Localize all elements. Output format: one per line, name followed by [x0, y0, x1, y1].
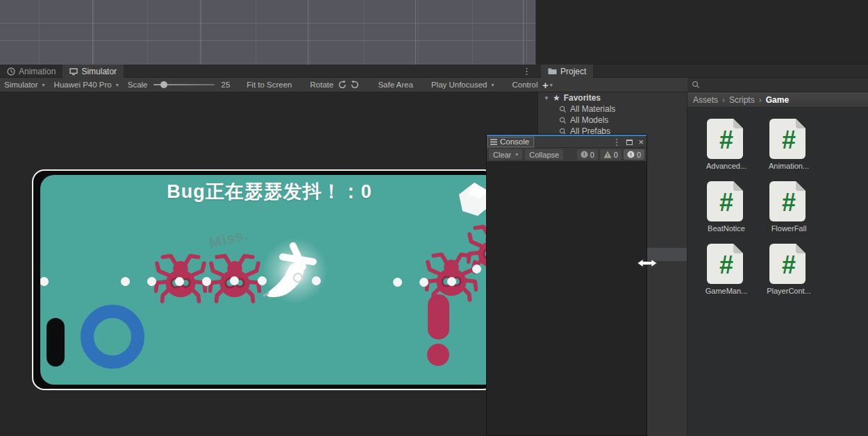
svg-text:#: # [719, 188, 733, 217]
asset-item[interactable]: #FlowerFall [758, 180, 819, 233]
breadcrumb-segment[interactable]: Assets [693, 95, 718, 105]
chevron-down-icon: ▾ [515, 151, 518, 158]
beat-dot-sprite [202, 277, 211, 286]
beat-dot-sprite [472, 265, 481, 274]
csharp-script-icon: # [707, 117, 746, 159]
camera-punch-hole [47, 318, 65, 367]
tab-label: Project [560, 67, 586, 76]
csharp-script-icon: # [769, 117, 808, 159]
favorites-item[interactable]: All Materials [538, 103, 687, 115]
console-tab[interactable]: Console [487, 136, 535, 148]
fit-to-screen-button[interactable]: Fit to Screen [247, 81, 292, 89]
tab-simulator[interactable]: Simulator [62, 65, 124, 78]
tab-animation[interactable]: Animation [0, 65, 62, 78]
simulator-viewport[interactable]: Miss. B [0, 92, 538, 436]
csharp-script-icon: # [707, 180, 746, 221]
tab-strip: Animation Simulator ⋮ Project [0, 65, 868, 78]
beat-dot-sprite [393, 278, 402, 287]
csharp-script-icon: # [769, 242, 808, 284]
asset-item[interactable]: #Advanced... [696, 117, 757, 170]
simulator-mode-dropdown[interactable]: Simulator▾ [4, 81, 45, 89]
console-kebab-menu-icon[interactable]: ⋮ [612, 136, 621, 148]
close-icon[interactable]: × [638, 137, 644, 147]
favorites-header-row[interactable]: ▼ ★ Favorites [538, 92, 687, 103]
svg-text:#: # [719, 126, 733, 154]
scale-slider[interactable] [153, 84, 215, 85]
player-bird-sprite [259, 237, 328, 310]
folder-icon [548, 67, 557, 75]
device-icon [69, 67, 78, 76]
info-filter-button[interactable]: ! 0 [577, 149, 598, 160]
project-search-field[interactable] [687, 78, 868, 92]
game-screen[interactable]: Miss. B [40, 175, 499, 385]
warning-filter-button[interactable]: ! 0 [600, 149, 621, 160]
phone-frame: Miss. B [32, 169, 496, 390]
warning-icon: ! [603, 151, 612, 158]
favorites-item[interactable]: All Models [538, 115, 687, 126]
beat-dot-sprite [230, 276, 239, 285]
console-titlebar[interactable]: Console ⋮ × [487, 136, 646, 148]
asset-label: BeatNotice [696, 224, 757, 233]
beat-dot-sprite [147, 277, 156, 286]
error-icon: ! [627, 151, 635, 158]
svg-text:!: ! [607, 153, 608, 158]
asset-item[interactable]: #BeatNotice [696, 180, 757, 233]
control-panel-button[interactable]: Control Pa [512, 81, 538, 89]
asset-item[interactable]: #PlayerCont... [758, 242, 819, 295]
collapse-button[interactable]: Collapse [525, 149, 563, 160]
asset-label: PlayerCont... [758, 287, 819, 295]
svg-text:#: # [782, 126, 796, 154]
beat-dot-sprite [40, 277, 49, 286]
asset-item[interactable]: #Animation... [758, 117, 819, 170]
breadcrumb-separator-icon: › [759, 95, 762, 105]
tab-project[interactable]: Project [541, 65, 593, 78]
device-dropdown[interactable]: Huawei P40 Pro▾ [54, 81, 119, 89]
chevron-down-icon[interactable]: ▾ [550, 82, 553, 88]
csharp-script-icon: # [769, 180, 808, 221]
favorites-item-label: All Materials [570, 104, 615, 114]
rotate-ccw-icon[interactable] [337, 80, 347, 90]
asset-label: Animation... [758, 162, 819, 170]
maximize-icon[interactable] [626, 140, 633, 145]
simulator-kebab-menu-icon[interactable]: ⋮ [522, 65, 531, 77]
exclamation-dot-sprite [427, 344, 449, 366]
miss-popup-label: Miss. [208, 226, 251, 251]
animation-curve-grid[interactable] [0, 0, 536, 65]
clear-button[interactable]: Clear▾ [489, 149, 522, 160]
create-asset-button[interactable]: + [542, 80, 549, 90]
game-score-title: Bug正在瑟瑟发抖！：0 [40, 179, 499, 204]
safe-area-button[interactable]: Safe Area [378, 81, 413, 89]
asset-item[interactable]: #GameMan... [696, 242, 757, 295]
breadcrumb-segment[interactable]: Scripts [729, 95, 755, 105]
tab-label: Simulator [81, 67, 117, 76]
console-window: Console ⋮ × Clear▾ Collapse ! 0 ! 0 [486, 134, 647, 436]
blue-ring-sprite [81, 305, 144, 369]
resize-cursor-icon [637, 258, 658, 271]
project-files-area[interactable]: #Advanced...#Animation...#BeatNotice#Flo… [687, 108, 868, 436]
scale-value: 25 [222, 81, 231, 89]
slider-track[interactable] [153, 84, 215, 85]
star-icon: ★ [553, 93, 560, 103]
foldout-icon[interactable]: ▼ [544, 95, 549, 101]
svg-text:!: ! [583, 151, 585, 158]
rotate-cw-icon[interactable] [350, 80, 360, 90]
beat-dot-sprite [175, 277, 184, 286]
search-icon [559, 106, 567, 113]
slider-knob[interactable] [160, 81, 167, 88]
error-filter-button[interactable]: ! 0 [624, 149, 644, 160]
console-log-area[interactable] [487, 162, 646, 435]
breadcrumb: Assets›Scripts›Game [687, 92, 868, 108]
console-title: Console [500, 137, 529, 146]
console-toolbar: Clear▾ Collapse ! 0 ! 0 ! 0 [487, 148, 646, 162]
favorites-label: Favorites [564, 93, 601, 103]
svg-text:#: # [719, 251, 733, 279]
beat-dot-sprite [447, 277, 456, 286]
search-icon [692, 81, 700, 89]
breadcrumb-segment[interactable]: Game [766, 95, 789, 105]
beat-dot-sprite [258, 276, 267, 285]
tab-label: Animation [19, 67, 56, 76]
favorites-item-label: All Models [570, 115, 608, 125]
info-icon: ! [581, 151, 588, 158]
play-unfocused-dropdown[interactable]: Play Unfocused▾ [431, 81, 494, 89]
csharp-script-icon: # [707, 242, 746, 284]
